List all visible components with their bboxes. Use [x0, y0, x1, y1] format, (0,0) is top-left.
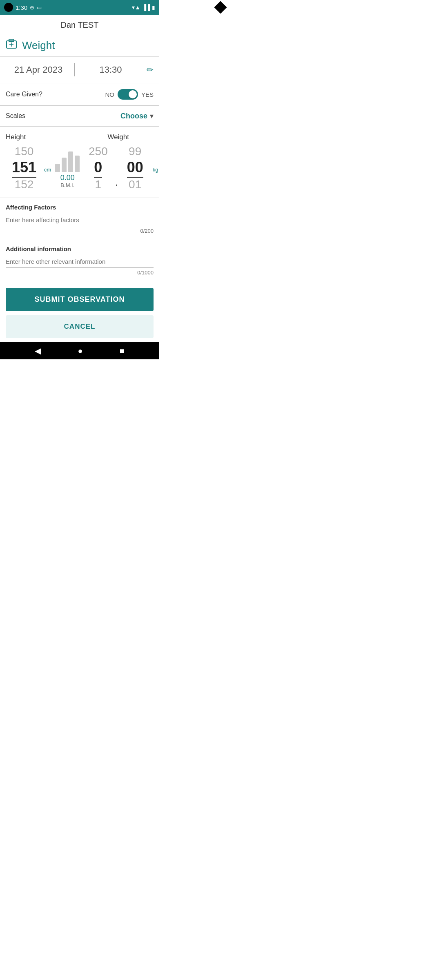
time-display[interactable]: 13:30: [78, 65, 143, 75]
care-given-row: Care Given? NO YES: [0, 83, 159, 106]
affecting-factors-section: Affecting Factors 0/200: [0, 198, 159, 240]
care-yes-label: YES: [141, 91, 154, 98]
height-header-label: Height: [6, 133, 107, 141]
weight-scale-icon: [6, 38, 17, 52]
height-spinner-group: 150 151 152 cm: [6, 145, 51, 191]
weight-decimal-above: 99: [129, 145, 141, 158]
decimal-dot: .: [114, 175, 119, 189]
additional-info-label: Additional information: [6, 245, 154, 252]
status-right: ▾▲ ▐▐ ▮: [132, 4, 155, 11]
app-title: Dan TEST: [61, 20, 99, 29]
section-header: Weight: [0, 34, 159, 57]
height-current: 151: [12, 158, 36, 178]
recents-button[interactable]: ■: [120, 346, 125, 356]
height-spinner[interactable]: 150 151 152: [6, 145, 42, 191]
weight-whole-above: 250: [89, 145, 108, 158]
measurement-body: 150 151 152 cm 0.00 B.M.I. 250 0 1: [6, 145, 154, 191]
affecting-factors-label: Affecting Factors: [6, 204, 154, 211]
height-unit: cm: [44, 167, 51, 173]
toggle-thumb: [129, 90, 137, 98]
submit-observation-button[interactable]: SUBMIT OBSERVATION: [6, 288, 154, 311]
weight-whole-below: 1: [95, 178, 102, 192]
status-bar: 1:30 ⊕ ▭ ▾▲ ▐▐ ▮: [0, 0, 159, 15]
app-header: Dan TEST: [0, 15, 159, 34]
care-given-toggle[interactable]: [118, 89, 138, 100]
status-circle: [4, 3, 13, 12]
bmi-bar-2: [62, 158, 67, 172]
care-given-options: NO YES: [105, 89, 154, 100]
toggle-track: [118, 89, 138, 100]
datetime-divider: [74, 63, 75, 76]
care-given-label: Care Given?: [6, 91, 105, 98]
wifi-icon: ▾▲: [132, 4, 140, 11]
additional-info-input[interactable]: [6, 256, 154, 268]
date-display[interactable]: 21 Apr 2023: [6, 65, 71, 75]
weight-decimal-below: 01: [129, 178, 141, 192]
section-title: Weight: [22, 39, 55, 52]
weight-decimal-spinner[interactable]: 99 00 01: [121, 145, 149, 191]
weight-decimal-current: 00: [127, 158, 143, 178]
height-below: 152: [15, 178, 34, 192]
battery-icon: ▮: [152, 4, 155, 11]
weight-header-label: Weight: [107, 133, 154, 141]
nav-bar: ◀ ● ■: [0, 342, 159, 359]
datetime-row: 21 Apr 2023 13:30 ✏: [0, 57, 159, 83]
weight-whole-spinner[interactable]: 250 0 1: [84, 145, 112, 191]
bmi-value: 0.00: [60, 174, 75, 182]
additional-info-counter: 0/1000: [6, 268, 154, 280]
care-no-label: NO: [105, 91, 114, 98]
measurement-section: Height Weight 150 151 152 cm 0.00 B.M.I.: [0, 127, 159, 198]
edit-icon[interactable]: ✏: [147, 65, 154, 75]
weight-spinner-group: 250 0 1 . 99 00 01 kg: [84, 145, 158, 191]
scales-label: Scales: [6, 112, 120, 120]
home-button[interactable]: ●: [78, 346, 82, 356]
scales-choose-label: Choose: [120, 112, 147, 120]
affecting-factors-input[interactable]: [6, 214, 154, 226]
status-icon-media: ⊕: [30, 4, 34, 11]
bmi-bar-3: [68, 151, 73, 172]
weight-whole-current: 0: [94, 158, 102, 178]
status-left: 1:30 ⊕ ▭: [4, 3, 42, 12]
height-above: 150: [15, 145, 34, 158]
bmi-chart-area: 0.00 B.M.I.: [51, 147, 84, 188]
cancel-button[interactable]: CANCEL: [6, 315, 154, 338]
bmi-bar-1: [55, 164, 60, 172]
signal-icon: ▐▐: [142, 4, 150, 11]
back-button[interactable]: ◀: [35, 346, 41, 356]
weight-unit: kg: [153, 167, 158, 173]
status-icon-alarm: ▭: [37, 4, 42, 11]
scales-row: Scales Choose ▾: [0, 106, 159, 127]
additional-info-section: Additional information 0/1000: [0, 240, 159, 281]
dropdown-arrow-icon: ▾: [150, 111, 154, 120]
bmi-bars: [55, 147, 80, 172]
bmi-label: B.M.I.: [60, 182, 74, 188]
status-time: 1:30: [16, 4, 27, 11]
affecting-factors-counter: 0/200: [6, 226, 154, 238]
scales-dropdown[interactable]: Choose ▾: [120, 111, 154, 120]
measurement-headers: Height Weight: [6, 133, 154, 141]
bmi-bar-4: [75, 156, 80, 172]
